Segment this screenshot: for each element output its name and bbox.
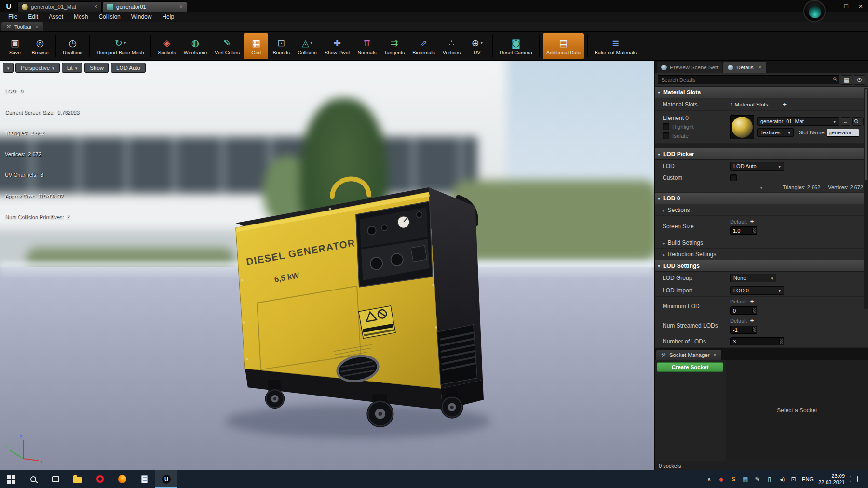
- minimize-button[interactable]: [825, 0, 839, 12]
- scrollbar-thumb[interactable]: [865, 89, 867, 180]
- close-tab-icon[interactable]: [713, 352, 717, 358]
- toolbar-button-reset-camera[interactable]: ◙ Reset Camera: [496, 33, 536, 59]
- toolbar-button-grid[interactable]: ▦ Grid: [244, 33, 268, 59]
- asset-tab-generator01[interactable]: generator01: [103, 1, 187, 12]
- expand-arrow-icon[interactable]: [663, 207, 668, 213]
- toolbar-button-reimport-base-mesh[interactable]: ↻▾ Reimport Base Mesh: [93, 33, 147, 59]
- highlight-checkbox[interactable]: [663, 123, 669, 130]
- section-header-material-slots[interactable]: Material Slots: [655, 87, 868, 98]
- toolbar-button-additional-data[interactable]: ▤ Additional Data: [543, 33, 584, 59]
- action-center-button[interactable]: [850, 476, 858, 482]
- section-header-lod-picker[interactable]: LOD Picker: [655, 148, 868, 160]
- toolbar-button-browse[interactable]: ◎ Browse: [28, 33, 52, 59]
- menu-collision[interactable]: Collision: [93, 13, 125, 20]
- use-selected-asset-button[interactable]: [841, 117, 850, 126]
- minimum-lod-input[interactable]: 0: [730, 306, 757, 315]
- tray-expand-icon[interactable]: [705, 476, 713, 483]
- screen-size-input[interactable]: 1.0: [730, 226, 757, 235]
- menu-edit[interactable]: Edit: [23, 13, 43, 20]
- toolbar-button-binormals[interactable]: ⇗ Binormals: [409, 33, 438, 59]
- toolbar-button-tangents[interactable]: ⇉ Tangents: [381, 33, 408, 59]
- lod-dropdown[interactable]: LOD Auto: [730, 162, 784, 171]
- toolbar-button-vert-colors[interactable]: ✎ Vert Colors: [211, 33, 243, 59]
- toolbar-button-vertices[interactable]: ∴ Vertices: [439, 33, 464, 59]
- num-streamed-lods-input[interactable]: -1: [730, 326, 757, 334]
- speaker-icon[interactable]: [778, 476, 785, 483]
- isolate-checkbox[interactable]: [663, 132, 669, 139]
- viewport-lit-button[interactable]: Lit: [62, 63, 83, 73]
- taskbar-clock[interactable]: 23:09 22.03.2021: [818, 473, 845, 486]
- browse-to-asset-button[interactable]: [852, 117, 861, 126]
- property-matrix-button[interactable]: [841, 75, 852, 85]
- notepad-button[interactable]: [133, 470, 155, 488]
- dropdown-caret-icon[interactable]: ▾: [124, 41, 126, 45]
- close-tab-icon[interactable]: [179, 4, 183, 10]
- menu-mesh[interactable]: Mesh: [68, 13, 93, 20]
- firefox-button[interactable]: [111, 470, 133, 488]
- viewport-perspective-button[interactable]: Perspective: [15, 63, 60, 73]
- reduction-settings-row[interactable]: Reduction Settings: [655, 249, 868, 260]
- asset-tab-generator-01-mat[interactable]: generator_01_Mat: [17, 1, 102, 12]
- number-of-lods-input[interactable]: 3: [730, 337, 784, 345]
- create-socket-button[interactable]: Create Socket: [657, 362, 723, 372]
- toolbar-button-collision[interactable]: ◬▾ Collision: [294, 33, 320, 59]
- material-thumbnail[interactable]: [730, 115, 754, 139]
- opera-button[interactable]: [89, 470, 111, 488]
- viewport-show-button[interactable]: Show: [84, 63, 109, 73]
- material-select-dropdown[interactable]: generator_01_Mat: [757, 117, 839, 126]
- antivirus-shield-icon[interactable]: [718, 476, 725, 483]
- toolbar-button-bounds[interactable]: ⊡ Bounds: [269, 33, 293, 59]
- socket-manager-tab[interactable]: Socket Manager: [656, 350, 721, 360]
- expand-arrow-icon[interactable]: [663, 251, 668, 258]
- s-badge-icon[interactable]: [730, 476, 737, 483]
- toolbar-tab[interactable]: Toolbar: [1, 22, 43, 31]
- custom-checkbox[interactable]: [730, 174, 737, 181]
- tab-details[interactable]: Details: [723, 62, 766, 73]
- toolbar-button-normals[interactable]: ⇈ Normals: [354, 33, 380, 59]
- textures-dropdown[interactable]: Textures: [757, 128, 794, 137]
- maximize-button[interactable]: [839, 0, 854, 12]
- dropdown-caret-icon[interactable]: ▾: [311, 41, 312, 45]
- socket-list[interactable]: Create Socket: [655, 360, 726, 461]
- menu-window[interactable]: Window: [126, 13, 157, 20]
- build-settings-row[interactable]: Build Settings: [655, 237, 868, 249]
- slot-name-input[interactable]: [827, 129, 859, 137]
- generator-model[interactable]: DIESEL GENERATOR 6,5 kW: [218, 168, 498, 449]
- close-tab-icon[interactable]: [94, 4, 97, 10]
- search-details-input[interactable]: [658, 75, 839, 84]
- sections-row[interactable]: Sections: [655, 204, 868, 216]
- dropdown-caret-icon[interactable]: ▾: [481, 41, 483, 45]
- toolbar-button-save[interactable]: ▣ Save: [3, 33, 27, 59]
- add-override-icon[interactable]: [750, 298, 754, 305]
- pen-icon[interactable]: [754, 476, 761, 483]
- close-toolbar-tab-icon[interactable]: [35, 24, 39, 30]
- menu-file[interactable]: File: [3, 13, 23, 20]
- menu-help[interactable]: Help: [157, 13, 179, 20]
- tab-preview-scene-settings[interactable]: Preview Scene Sett: [657, 62, 722, 73]
- viewport-3d[interactable]: DIESEL GENERATOR 6,5 kW: [0, 61, 654, 470]
- network-icon[interactable]: [790, 476, 797, 483]
- add-override-icon[interactable]: [750, 317, 754, 324]
- add-override-icon[interactable]: [750, 218, 754, 225]
- toolbar-button-realtime[interactable]: ◷ Realtime: [59, 33, 86, 59]
- lod-import-dropdown[interactable]: LOD 0: [730, 286, 784, 295]
- section-header-lod0[interactable]: LOD 0: [655, 193, 868, 204]
- viewport-options-button[interactable]: [3, 63, 14, 73]
- viewport-lod-button[interactable]: LOD Auto: [111, 63, 146, 73]
- lod-group-dropdown[interactable]: None: [730, 274, 776, 282]
- toolbar-button-sockets[interactable]: ◈ Sockets: [154, 33, 179, 59]
- toolbar-button-wireframe[interactable]: ◍ Wireframe: [180, 33, 210, 59]
- blue-grid-icon[interactable]: [742, 476, 749, 483]
- toolbar-button-uv[interactable]: ⊕▾ UV: [465, 33, 489, 59]
- battery-icon[interactable]: [766, 476, 773, 483]
- menu-asset[interactable]: Asset: [43, 13, 68, 20]
- toolbar-button-show-pivot[interactable]: ✚ Show Pivot: [321, 33, 353, 59]
- expander-chevron-icon[interactable]: [760, 185, 762, 190]
- task-view-button[interactable]: [44, 470, 67, 488]
- add-material-slot-icon[interactable]: [783, 101, 787, 108]
- file-explorer-button[interactable]: [67, 470, 89, 488]
- language-indicator[interactable]: ENG: [802, 476, 814, 482]
- unreal-editor-taskbar-button[interactable]: [155, 470, 177, 488]
- expand-arrow-icon[interactable]: [663, 239, 668, 246]
- toolbar-button-bake-out-materials[interactable]: ≡ Bake out Materials: [591, 33, 640, 59]
